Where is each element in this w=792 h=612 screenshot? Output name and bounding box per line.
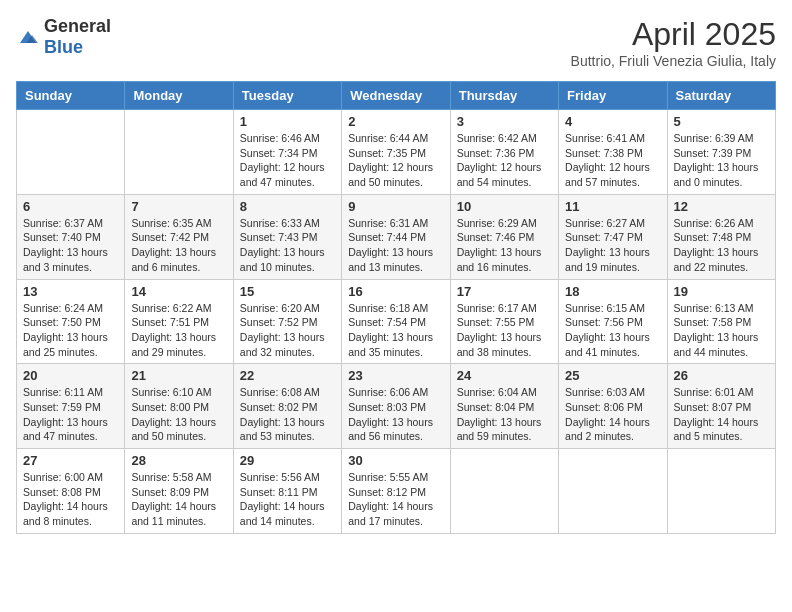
day-number: 20	[23, 368, 118, 383]
day-number: 15	[240, 284, 335, 299]
logo: General Blue	[16, 16, 111, 58]
calendar-cell: 26Sunrise: 6:01 AM Sunset: 8:07 PM Dayli…	[667, 364, 775, 449]
day-info: Sunrise: 6:10 AM Sunset: 8:00 PM Dayligh…	[131, 385, 226, 444]
day-info: Sunrise: 6:04 AM Sunset: 8:04 PM Dayligh…	[457, 385, 552, 444]
day-info: Sunrise: 6:15 AM Sunset: 7:56 PM Dayligh…	[565, 301, 660, 360]
day-info: Sunrise: 6:13 AM Sunset: 7:58 PM Dayligh…	[674, 301, 769, 360]
calendar-cell: 8Sunrise: 6:33 AM Sunset: 7:43 PM Daylig…	[233, 194, 341, 279]
calendar-cell: 14Sunrise: 6:22 AM Sunset: 7:51 PM Dayli…	[125, 279, 233, 364]
day-info: Sunrise: 6:17 AM Sunset: 7:55 PM Dayligh…	[457, 301, 552, 360]
calendar-cell	[125, 110, 233, 195]
day-of-week-header: Thursday	[450, 82, 558, 110]
calendar-cell: 27Sunrise: 6:00 AM Sunset: 8:08 PM Dayli…	[17, 449, 125, 534]
calendar-week-row: 1Sunrise: 6:46 AM Sunset: 7:34 PM Daylig…	[17, 110, 776, 195]
calendar-cell: 11Sunrise: 6:27 AM Sunset: 7:47 PM Dayli…	[559, 194, 667, 279]
day-of-week-header: Sunday	[17, 82, 125, 110]
calendar-cell: 1Sunrise: 6:46 AM Sunset: 7:34 PM Daylig…	[233, 110, 341, 195]
day-of-week-header: Saturday	[667, 82, 775, 110]
day-info: Sunrise: 6:46 AM Sunset: 7:34 PM Dayligh…	[240, 131, 335, 190]
day-info: Sunrise: 6:33 AM Sunset: 7:43 PM Dayligh…	[240, 216, 335, 275]
calendar-cell: 2Sunrise: 6:44 AM Sunset: 7:35 PM Daylig…	[342, 110, 450, 195]
calendar-cell: 21Sunrise: 6:10 AM Sunset: 8:00 PM Dayli…	[125, 364, 233, 449]
day-number: 29	[240, 453, 335, 468]
calendar-cell: 29Sunrise: 5:56 AM Sunset: 8:11 PM Dayli…	[233, 449, 341, 534]
calendar-week-row: 13Sunrise: 6:24 AM Sunset: 7:50 PM Dayli…	[17, 279, 776, 364]
logo-blue: Blue	[44, 37, 83, 57]
day-info: Sunrise: 5:56 AM Sunset: 8:11 PM Dayligh…	[240, 470, 335, 529]
calendar-cell: 7Sunrise: 6:35 AM Sunset: 7:42 PM Daylig…	[125, 194, 233, 279]
header: General Blue April 2025 Buttrio, Friuli …	[16, 16, 776, 69]
day-number: 12	[674, 199, 769, 214]
calendar-cell: 28Sunrise: 5:58 AM Sunset: 8:09 PM Dayli…	[125, 449, 233, 534]
day-info: Sunrise: 6:26 AM Sunset: 7:48 PM Dayligh…	[674, 216, 769, 275]
day-info: Sunrise: 6:22 AM Sunset: 7:51 PM Dayligh…	[131, 301, 226, 360]
day-number: 11	[565, 199, 660, 214]
day-number: 13	[23, 284, 118, 299]
calendar-cell: 16Sunrise: 6:18 AM Sunset: 7:54 PM Dayli…	[342, 279, 450, 364]
day-of-week-header: Wednesday	[342, 82, 450, 110]
calendar-cell: 18Sunrise: 6:15 AM Sunset: 7:56 PM Dayli…	[559, 279, 667, 364]
day-of-week-header: Friday	[559, 82, 667, 110]
logo-general: General	[44, 16, 111, 36]
day-info: Sunrise: 6:39 AM Sunset: 7:39 PM Dayligh…	[674, 131, 769, 190]
day-number: 8	[240, 199, 335, 214]
day-number: 17	[457, 284, 552, 299]
day-number: 1	[240, 114, 335, 129]
day-info: Sunrise: 6:08 AM Sunset: 8:02 PM Dayligh…	[240, 385, 335, 444]
day-info: Sunrise: 6:20 AM Sunset: 7:52 PM Dayligh…	[240, 301, 335, 360]
calendar-cell: 3Sunrise: 6:42 AM Sunset: 7:36 PM Daylig…	[450, 110, 558, 195]
day-number: 10	[457, 199, 552, 214]
day-info: Sunrise: 6:03 AM Sunset: 8:06 PM Dayligh…	[565, 385, 660, 444]
day-info: Sunrise: 6:06 AM Sunset: 8:03 PM Dayligh…	[348, 385, 443, 444]
day-info: Sunrise: 6:35 AM Sunset: 7:42 PM Dayligh…	[131, 216, 226, 275]
day-number: 28	[131, 453, 226, 468]
day-number: 30	[348, 453, 443, 468]
day-info: Sunrise: 6:42 AM Sunset: 7:36 PM Dayligh…	[457, 131, 552, 190]
calendar-cell: 22Sunrise: 6:08 AM Sunset: 8:02 PM Dayli…	[233, 364, 341, 449]
calendar-cell: 20Sunrise: 6:11 AM Sunset: 7:59 PM Dayli…	[17, 364, 125, 449]
calendar-cell	[17, 110, 125, 195]
calendar-cell: 4Sunrise: 6:41 AM Sunset: 7:38 PM Daylig…	[559, 110, 667, 195]
calendar-cell: 6Sunrise: 6:37 AM Sunset: 7:40 PM Daylig…	[17, 194, 125, 279]
day-number: 27	[23, 453, 118, 468]
calendar-cell: 15Sunrise: 6:20 AM Sunset: 7:52 PM Dayli…	[233, 279, 341, 364]
day-number: 21	[131, 368, 226, 383]
day-info: Sunrise: 6:18 AM Sunset: 7:54 PM Dayligh…	[348, 301, 443, 360]
day-number: 16	[348, 284, 443, 299]
day-info: Sunrise: 6:01 AM Sunset: 8:07 PM Dayligh…	[674, 385, 769, 444]
main-title: April 2025	[571, 16, 776, 53]
day-info: Sunrise: 6:41 AM Sunset: 7:38 PM Dayligh…	[565, 131, 660, 190]
day-info: Sunrise: 6:00 AM Sunset: 8:08 PM Dayligh…	[23, 470, 118, 529]
calendar-cell	[559, 449, 667, 534]
day-number: 4	[565, 114, 660, 129]
calendar: SundayMondayTuesdayWednesdayThursdayFrid…	[16, 81, 776, 534]
calendar-cell	[667, 449, 775, 534]
calendar-cell: 19Sunrise: 6:13 AM Sunset: 7:58 PM Dayli…	[667, 279, 775, 364]
day-info: Sunrise: 6:27 AM Sunset: 7:47 PM Dayligh…	[565, 216, 660, 275]
calendar-week-row: 27Sunrise: 6:00 AM Sunset: 8:08 PM Dayli…	[17, 449, 776, 534]
day-number: 19	[674, 284, 769, 299]
day-number: 23	[348, 368, 443, 383]
day-of-week-header: Monday	[125, 82, 233, 110]
day-number: 9	[348, 199, 443, 214]
calendar-cell	[450, 449, 558, 534]
calendar-week-row: 6Sunrise: 6:37 AM Sunset: 7:40 PM Daylig…	[17, 194, 776, 279]
subtitle: Buttrio, Friuli Venezia Giulia, Italy	[571, 53, 776, 69]
calendar-cell: 13Sunrise: 6:24 AM Sunset: 7:50 PM Dayli…	[17, 279, 125, 364]
calendar-cell: 5Sunrise: 6:39 AM Sunset: 7:39 PM Daylig…	[667, 110, 775, 195]
day-number: 22	[240, 368, 335, 383]
day-info: Sunrise: 6:44 AM Sunset: 7:35 PM Dayligh…	[348, 131, 443, 190]
day-info: Sunrise: 6:31 AM Sunset: 7:44 PM Dayligh…	[348, 216, 443, 275]
day-info: Sunrise: 6:24 AM Sunset: 7:50 PM Dayligh…	[23, 301, 118, 360]
day-number: 18	[565, 284, 660, 299]
calendar-cell: 25Sunrise: 6:03 AM Sunset: 8:06 PM Dayli…	[559, 364, 667, 449]
calendar-cell: 10Sunrise: 6:29 AM Sunset: 7:46 PM Dayli…	[450, 194, 558, 279]
calendar-week-row: 20Sunrise: 6:11 AM Sunset: 7:59 PM Dayli…	[17, 364, 776, 449]
day-number: 7	[131, 199, 226, 214]
day-number: 2	[348, 114, 443, 129]
day-info: Sunrise: 5:58 AM Sunset: 8:09 PM Dayligh…	[131, 470, 226, 529]
day-number: 24	[457, 368, 552, 383]
calendar-cell: 23Sunrise: 6:06 AM Sunset: 8:03 PM Dayli…	[342, 364, 450, 449]
day-info: Sunrise: 5:55 AM Sunset: 8:12 PM Dayligh…	[348, 470, 443, 529]
day-number: 26	[674, 368, 769, 383]
